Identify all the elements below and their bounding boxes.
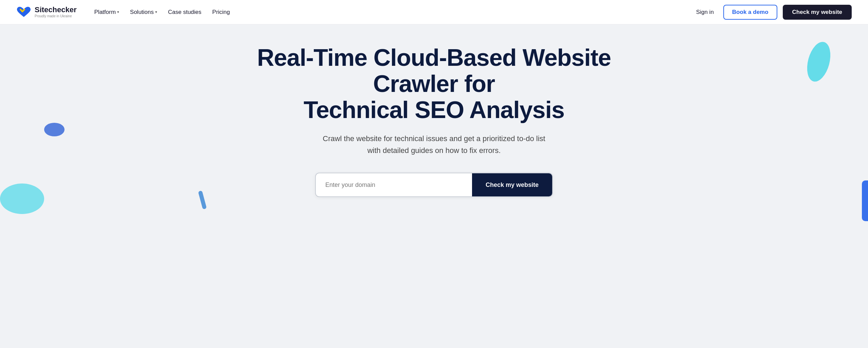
logo-name: Sitechecker — [35, 6, 77, 14]
hero-title-line1: Real-Time Cloud-Based Website Crawler fo… — [257, 44, 611, 97]
nav-item-platform[interactable]: Platform ▾ — [90, 6, 123, 18]
decorative-cyan-blob-bottom-left — [0, 183, 44, 214]
logo-text-area: Sitechecker Proudly made in Ukraine — [35, 6, 77, 18]
logo[interactable]: Sitechecker Proudly made in Ukraine — [16, 6, 77, 18]
hero-section: Real-Time Cloud-Based Website Crawler fo… — [0, 24, 868, 224]
logo-tagline: Proudly made in Ukraine — [35, 14, 77, 18]
navbar: Sitechecker Proudly made in Ukraine Plat… — [0, 0, 868, 24]
domain-input[interactable] — [316, 173, 472, 196]
domain-search-bar: Check my website — [315, 173, 553, 197]
decorative-cyan-blob-top-right — [803, 39, 834, 84]
nav-pricing-label: Pricing — [212, 9, 230, 16]
check-website-button[interactable]: Check my website — [472, 173, 552, 196]
hero-title-line2: Technical SEO Analysis — [304, 97, 564, 123]
nav-solutions-label: Solutions — [130, 9, 154, 16]
check-website-nav-button[interactable]: Check my website — [783, 5, 852, 20]
nav-left: Sitechecker Proudly made in Ukraine Plat… — [16, 6, 234, 18]
nav-item-solutions[interactable]: Solutions ▾ — [126, 6, 161, 18]
sign-in-button[interactable]: Sign in — [692, 6, 718, 18]
book-demo-button[interactable]: Book a demo — [723, 5, 777, 20]
nav-platform-label: Platform — [94, 9, 116, 16]
hero-content: Real-Time Cloud-Based Website Crawler fo… — [247, 45, 621, 197]
hero-subtitle: Crawl the website for technical issues a… — [315, 133, 553, 156]
decorative-blue-right-edge — [862, 180, 868, 221]
logo-icon — [16, 6, 31, 18]
decorative-blue-pencil — [198, 190, 207, 209]
nav-right: Sign in Book a demo Check my website — [692, 5, 852, 20]
chevron-down-icon: ▾ — [155, 10, 157, 14]
chevron-down-icon: ▾ — [117, 10, 119, 14]
nav-case-studies-label: Case studies — [168, 9, 201, 16]
nav-item-pricing[interactable]: Pricing — [208, 6, 234, 18]
decorative-blue-blob-left — [44, 123, 65, 136]
hero-title: Real-Time Cloud-Based Website Crawler fo… — [247, 45, 621, 123]
nav-item-case-studies[interactable]: Case studies — [164, 6, 205, 18]
nav-links: Platform ▾ Solutions ▾ Case studies Pric… — [90, 6, 234, 18]
